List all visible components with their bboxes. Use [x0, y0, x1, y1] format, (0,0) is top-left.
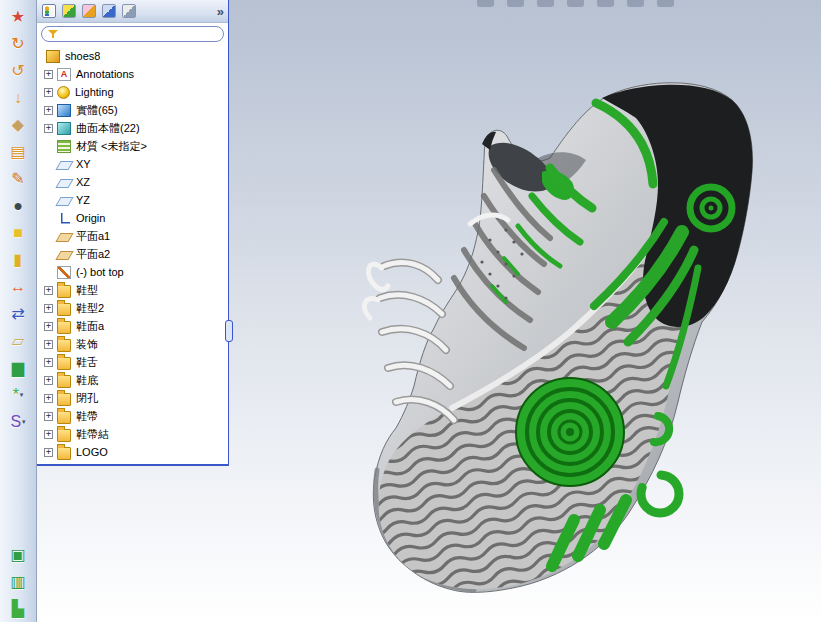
tool-icon-cropped-bottom[interactable]: ▙	[2, 595, 34, 622]
tree-item-plane-xy[interactable]: + XY	[37, 155, 228, 173]
folder-icon	[57, 393, 71, 406]
annotations-icon	[57, 68, 71, 81]
sphere-tool-glyph-icon: ●	[13, 198, 23, 214]
panel-resize-handle[interactable]	[225, 320, 233, 342]
expand-toggle-icon[interactable]: +	[44, 124, 53, 133]
dropdown-arrow-icon: ▾	[20, 391, 24, 398]
tool-icon-swap-arrows[interactable]: ⇄	[2, 300, 34, 327]
snap-point-glyph-icon: *	[13, 387, 19, 403]
tree-item-root[interactable]: shoes8	[37, 47, 228, 65]
tool-icon-sheet-tool[interactable]: ▱	[2, 327, 34, 354]
tool-icon-window-green[interactable]: ▣	[2, 541, 34, 568]
tool-icon-sketch-star[interactable]: ★	[2, 3, 34, 30]
expand-toggle-icon[interactable]: +	[44, 286, 53, 295]
plane-icon	[57, 194, 71, 207]
folder-icon	[57, 375, 71, 388]
expand-toggle-icon[interactable]: +	[44, 394, 53, 403]
filter-pill[interactable]	[41, 26, 224, 42]
tool-icon-sphere-tool[interactable]: ●	[2, 192, 34, 219]
expand-toggle-icon[interactable]: +	[44, 358, 53, 367]
notebook-tool-glyph-icon: ▆	[12, 360, 24, 376]
tree-item-bot-top-sketch[interactable]: + (-) bot top	[37, 263, 228, 281]
tree-item-annotations[interactable]: + Annotations	[37, 65, 228, 83]
tool-icon-import-arrow[interactable]: ↓	[2, 84, 34, 111]
expand-toggle-icon[interactable]: +	[44, 430, 53, 439]
left-toolbar: ★↻↺↓◆▤✎●■▮↔⇄▱▆*▾S▾ ▣▥▙	[0, 0, 37, 622]
sketch-icon	[57, 266, 71, 279]
tree-item-folder-lace-knot[interactable]: + 鞋帶結	[37, 425, 228, 443]
folder-icon	[57, 447, 71, 460]
curve-tool-glyph-icon: ↺	[11, 63, 24, 79]
tree-item-folder-decoration[interactable]: + 装饰	[37, 335, 228, 353]
expand-toggle-icon[interactable]: +	[44, 88, 53, 97]
folder-icon	[57, 339, 71, 352]
tool-icon-notebook-tool[interactable]: ▆	[2, 354, 34, 381]
tool-icon-curve-tool[interactable]: ↺	[2, 57, 34, 84]
tool-icon-cylinder-tool[interactable]: ▮	[2, 246, 34, 273]
expand-toggle-icon[interactable]: +	[44, 376, 53, 385]
filter-row	[37, 23, 228, 44]
folder-tool-glyph-icon: ▤	[10, 144, 25, 160]
tool-icon-sketch-pencil[interactable]: ✎	[2, 165, 34, 192]
configurationmanager-tab-icon[interactable]	[82, 4, 96, 18]
plane-icon	[57, 158, 71, 171]
dimxpertmanager-tab-icon[interactable]	[102, 4, 116, 18]
tool-icon-rotate-view[interactable]: ↻	[2, 30, 34, 57]
tree-item-folder-logo[interactable]: + LOGO	[37, 443, 228, 461]
tree-item-plane-a1[interactable]: + 平面a1	[37, 227, 228, 245]
solid-bodies-icon	[57, 104, 71, 117]
tree-item-solid-bodies[interactable]: + 實體(65)	[37, 101, 228, 119]
folder-icon	[57, 321, 71, 334]
tree-item-plane-yz[interactable]: + YZ	[37, 191, 228, 209]
move-tool-glyph-icon: ↔	[10, 279, 26, 295]
tree-root-label: shoes8	[65, 50, 100, 62]
feature-manager-tab-bar: »	[37, 0, 228, 23]
material-icon	[57, 140, 71, 153]
tool-icon-box-tool[interactable]: ■	[2, 219, 34, 246]
tree-item-folder-tongue[interactable]: + 鞋舌	[37, 353, 228, 371]
filter-input[interactable]	[62, 28, 217, 40]
tree-item-lighting[interactable]: + Lighting	[37, 83, 228, 101]
expand-toggle-icon[interactable]: +	[44, 412, 53, 421]
propertymanager-tab-icon[interactable]	[62, 4, 76, 18]
solidworks-window: ★↻↺↓◆▤✎●■▮↔⇄▱▆*▾S▾ ▣▥▙ » shoes8 + Annota…	[0, 0, 821, 622]
tree-item-folder-sole[interactable]: + 鞋底	[37, 371, 228, 389]
tree-item-plane-xz[interactable]: + XZ	[37, 173, 228, 191]
ref-plane-icon	[57, 230, 71, 243]
tree-item-material[interactable]: + 材質 <未指定>	[37, 137, 228, 155]
chart-green-glyph-icon: ▥	[10, 574, 25, 590]
tree-item-folder-eyelets[interactable]: + 閉孔	[37, 389, 228, 407]
folder-icon	[57, 411, 71, 424]
tree-item-plane-a2[interactable]: + 平面a2	[37, 245, 228, 263]
tool-icon-plane-tool[interactable]: ◆	[2, 111, 34, 138]
cylinder-tool-glyph-icon: ▮	[14, 252, 23, 268]
tool-icon-spline-tool[interactable]: S▾	[2, 408, 34, 435]
expand-toggle-icon[interactable]: +	[44, 304, 53, 313]
tool-icon-folder-tool[interactable]: ▤	[2, 138, 34, 165]
surface-bodies-icon	[57, 122, 71, 135]
expand-toggle-icon[interactable]: +	[44, 448, 53, 457]
tool-icon-snap-point[interactable]: *▾	[2, 381, 34, 408]
tool-icon-move-tool[interactable]: ↔	[2, 273, 34, 300]
expand-toggle-icon[interactable]: +	[44, 322, 53, 331]
expand-toggle-icon[interactable]: +	[44, 340, 53, 349]
rotate-view-glyph-icon: ↻	[11, 36, 24, 52]
tree-item-folder-laces[interactable]: + 鞋帶	[37, 407, 228, 425]
tree-item-origin[interactable]: + Origin	[37, 209, 228, 227]
expand-toggle-icon[interactable]: +	[44, 70, 53, 79]
sheet-tool-glyph-icon: ▱	[12, 333, 24, 349]
tree-item-folder-shoe-upper[interactable]: + 鞋面a	[37, 317, 228, 335]
folder-icon	[57, 303, 71, 316]
tab-overflow-chevron[interactable]: »	[217, 5, 224, 18]
plane-tool-glyph-icon: ◆	[12, 117, 24, 133]
expand-toggle-icon[interactable]: +	[44, 106, 53, 115]
tree-item-folder-shoe-last[interactable]: + 鞋型	[37, 281, 228, 299]
displaymanager-tab-icon[interactable]	[122, 4, 136, 18]
featuremanager-tab-icon[interactable]	[42, 4, 56, 18]
tool-icon-chart-green[interactable]: ▥	[2, 568, 34, 595]
tree-item-surface-bodies[interactable]: + 曲面本體(22)	[37, 119, 228, 137]
origin-icon	[57, 212, 71, 225]
sketch-pencil-glyph-icon: ✎	[11, 171, 24, 187]
cropped-bottom-glyph-icon: ▙	[12, 601, 24, 617]
tree-item-folder-shoe-last2[interactable]: + 鞋型2	[37, 299, 228, 317]
